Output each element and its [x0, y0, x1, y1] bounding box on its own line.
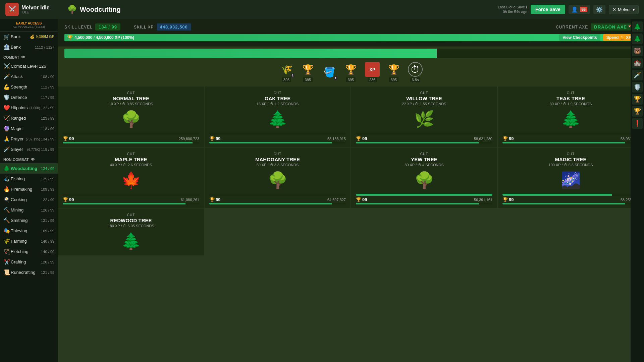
logo-text: Melvor Idle IDLE — [21, 5, 50, 14]
sidebar-label-runecrafting: Runecrafting — [11, 270, 41, 275]
tree-stats-normal: 10 XP / ⏱ 0.85 SECONDS — [109, 102, 153, 106]
trophy1-icon: 🏆 — [302, 64, 314, 75]
sidebar-item-attack[interactable]: 🗡️ Attack 108 / 99 — [0, 71, 58, 82]
skill-level-label: SKILL LEVEL — [64, 25, 93, 29]
sidebar-item-farming[interactable]: 🌾 Farming 140 / 99 — [0, 236, 58, 246]
right-nav-btn-9[interactable]: ❗ — [632, 118, 643, 129]
sidebar-item-combat-level[interactable]: ⚔️ Combat Level 126 — [0, 61, 58, 71]
magic-tree-footer: 🏆 99 58,255,703 — [502, 197, 639, 202]
profile-button[interactable]: ✕ Melvor ▾ — [609, 5, 639, 14]
sidebar-item-thieving[interactable]: 🎭 Thieving 109 / 99 — [0, 226, 58, 236]
sidebar-item-ranged[interactable]: 🏹 Ranged 123 / 99 — [0, 113, 58, 123]
trophy-icon-oak: 🏆 — [209, 136, 215, 141]
combat-header-text: COMBAT — [3, 55, 19, 59]
woodcutting-icon: 🌳 — [67, 5, 77, 14]
yew-tree-progress-bar — [356, 194, 492, 196]
tree-card-maple[interactable]: CUT MAPLE TREE 40 XP / ⏱ 2.6 SECONDS 🍁 🏆… — [58, 147, 204, 208]
normal-mastery-bar — [63, 142, 199, 143]
tree-card-magic[interactable]: CUT MAGIC TREE 100 XP / ⏱ 6.8 SECONDS 🌌 … — [497, 147, 644, 208]
right-nav-btn-6[interactable]: 🛡️ — [632, 82, 643, 93]
sidebar-item-woodcutting[interactable]: 🌲 Woodcutting 134 / 99 — [0, 163, 58, 174]
sidebar-item-mining[interactable]: ⛏️ Mining 126 / 99 — [0, 205, 58, 215]
cross-icon: ✕ — [612, 7, 616, 12]
trophy-icon-normal: 🏆 — [63, 136, 68, 141]
tree-card-willow[interactable]: CUT WILLOW TREE 22 XP / ⏱ 1.55 SECONDS 🌿… — [351, 86, 497, 147]
teak-tree-icon: 🌲 — [561, 110, 581, 129]
right-nav-btn-2[interactable]: 🌲 — [632, 34, 643, 44]
noncombat-section-header: NON-COMBAT 👁 — [0, 155, 58, 163]
tree-cut-label-maple: CUT — [127, 152, 135, 156]
sidebar-item-hitpoints[interactable]: ❤️ Hitpoints (1,000) 122 / 99 — [0, 103, 58, 113]
mahogany-tree-progress-bar — [209, 194, 346, 196]
sidebar-label-ranged: Ranged — [11, 116, 41, 121]
settings-area[interactable]: ⚙️ — [593, 5, 605, 14]
tree-card-yew[interactable]: CUT YEW TREE 80 XP / ⏱ 4 SECONDS 🌳 🏆 99 … — [351, 147, 497, 208]
force-save-button[interactable]: Force Save — [531, 5, 565, 14]
willow-tree-icon: 🌿 — [414, 110, 434, 129]
farming-icon: 🌾 — [3, 238, 11, 244]
sidebar-item-shop[interactable]: 🛒 Bank 💰 9,399M GP — [0, 32, 58, 42]
sidebar-item-cooking[interactable]: 🍳 Cooking 122 / 99 — [0, 194, 58, 205]
xp-bar-fill — [64, 34, 637, 41]
notification-badge: 55 — [580, 7, 587, 12]
milestones-row: 🌾 1 395 🏆 395 🪣 1 🏆 — [64, 61, 637, 85]
milestone-item-bucket: 🪣 1 — [322, 65, 337, 79]
sidebar-item-smithing[interactable]: 🔨 Smithing 131 / 99 — [0, 215, 58, 226]
sidebar-item-runecrafting[interactable]: 📜 Runecrafting 121 / 99 — [0, 267, 58, 278]
sidebar-level-prayer: (732,195) 134 / 99 — [26, 137, 54, 141]
page-title: 🌳 Woodcutting — [67, 5, 121, 14]
sidebar-item-bank[interactable]: 🏦 Bank 1112 / 1127 — [0, 42, 58, 52]
sidebar-item-strength[interactable]: 💪 Strength 112 / 99 — [0, 82, 58, 92]
sidebar-item-defence[interactable]: 🛡️ Defence 117 / 99 — [0, 92, 58, 103]
sidebar-label-strength: Strength — [11, 84, 41, 89]
magic-icon: 🔮 — [3, 125, 11, 132]
tree-card-mahogany[interactable]: CUT MAHOGANY TREE 60 XP / ⏱ 3.3 SECONDS … — [204, 147, 351, 208]
willow-mastery-xp: 58,621,280 — [474, 137, 492, 141]
tree-card-oak[interactable]: CUT OAK TREE 15 XP / ⏱ 1.2 SECONDS 🌲 🏆 9… — [204, 86, 351, 147]
teak-tree-progress-bar — [502, 133, 639, 135]
right-nav-btn-4[interactable]: 🏰 — [632, 58, 643, 68]
sidebar-gold: 💰 9,399M GP — [30, 35, 54, 39]
tree-card-redwood[interactable]: CUT REDWOOD TREE 180 XP / ⏱ 5.05 SECONDS… — [58, 208, 204, 256]
sidebar-level-runecrafting: 121 / 99 — [41, 270, 54, 275]
skill-axe-label: CURRENT AXE — [556, 25, 588, 29]
sidebar-item-prayer[interactable]: 🙏 Prayer (732,195) 134 / 99 — [0, 134, 58, 144]
tree-stats-maple: 40 XP / ⏱ 2.6 SECONDS — [110, 163, 152, 167]
sidebar-item-fletching[interactable]: 🏹 Fletching 140 / 99 — [0, 246, 58, 257]
sidebar-level-attack: 108 / 99 — [41, 75, 54, 79]
tree-card-normal[interactable]: CUT NORMAL TREE 10 XP / ⏱ 0.85 SECONDS 🌳… — [58, 86, 204, 147]
tree-card-teak[interactable]: CUT TEAK TREE 30 XP / ⏱ 1.9 SECONDS 🌲 🏆 … — [497, 86, 644, 147]
bucket-icon: 🪣 — [324, 67, 335, 78]
sidebar-item-slayer[interactable]: 🗡️ Slayer (6,775K) 119 / 99 — [0, 144, 58, 155]
right-nav-btn-5[interactable]: 🗡️ — [632, 70, 643, 80]
settings-icon: ⚙️ — [596, 6, 603, 13]
sidebar-label-crafting: Crafting — [11, 259, 41, 264]
view-checkpoints-button[interactable]: View Checkpoints — [559, 34, 600, 41]
sidebar-item-firemaking[interactable]: 🔥 Firemaking 109 / 99 — [0, 184, 58, 194]
hitpoints-icon: ❤️ — [3, 105, 11, 111]
tree-name-magic: MAGIC TREE — [555, 157, 586, 162]
normal-tree-footer: 🏆 99 259,800,723 — [63, 136, 199, 141]
logo-icon: ⚔️ — [5, 3, 19, 16]
trophy-icon-maple: 🏆 — [63, 197, 68, 202]
xp-bar-container: 🏆 4,500,000 / 4,500,000 XP (100%) View C… — [64, 34, 637, 41]
slayer-icon: 🗡️ — [3, 146, 11, 153]
mining-icon: ⛏️ — [3, 207, 11, 213]
sidebar-label-cooking: Cooking — [11, 197, 41, 202]
skill-xp-stat: SKILL XP 448,932,500 — [134, 23, 191, 31]
skill-stats-row: SKILL LEVEL 134 / 99 SKILL XP 448,932,50… — [64, 23, 637, 31]
yew-mastery-num: 99 — [362, 197, 367, 202]
willow-mastery-num: 99 — [362, 136, 367, 141]
sidebar-item-magic[interactable]: 🔮 Magic 118 / 99 — [0, 123, 58, 134]
spend-xp-button[interactable]: Spend 🏆 XP — [603, 34, 635, 41]
right-nav-btn-3[interactable]: 🐻 — [632, 46, 643, 56]
sidebar-item-crafting[interactable]: ✂️ Crafting 120 / 99 — [0, 257, 58, 267]
mahogany-mastery-num: 99 — [216, 197, 220, 202]
right-nav-btn-8[interactable]: 🏆 — [632, 106, 643, 117]
sidebar-item-fishing[interactable]: 🎣 Fishing 125 / 99 — [0, 174, 58, 184]
early-access-title: EARLY ACCESS — [1, 21, 56, 25]
thieving-icon: 🎭 — [3, 228, 11, 234]
tree-stats-yew: 80 XP / ⏱ 4 SECONDS — [405, 163, 444, 167]
right-nav-btn-1[interactable]: 🌲 — [632, 21, 643, 32]
right-nav-btn-7[interactable]: 🏆 — [632, 94, 643, 105]
